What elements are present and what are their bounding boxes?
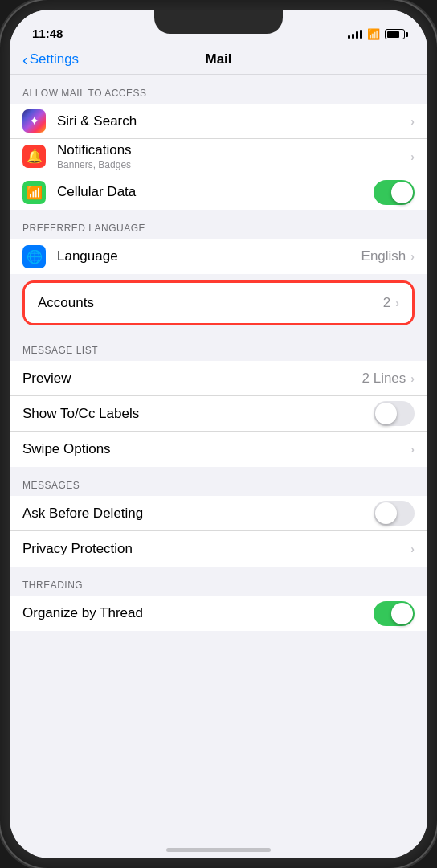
notifications-right: › bbox=[410, 150, 415, 163]
notifications-content: Notifications Banners, Badges bbox=[57, 142, 410, 170]
show-tocc-toggle[interactable] bbox=[374, 401, 415, 426]
notifications-icon: 🔔 bbox=[22, 145, 46, 168]
siri-icon: ✦ bbox=[22, 109, 46, 133]
organize-thread-content: Organize by Thread bbox=[22, 605, 374, 621]
message-list-label: MESSAGE LIST bbox=[10, 332, 427, 361]
preview-value: 2 Lines bbox=[362, 371, 406, 387]
status-time: 11:48 bbox=[32, 27, 63, 40]
signal-bar-3 bbox=[356, 31, 358, 39]
swipe-options-content: Swipe Options bbox=[22, 441, 410, 457]
language-content: Language bbox=[57, 248, 361, 264]
language-section: PREFERRED LANGUAGE 🌐 Language English › bbox=[10, 210, 427, 274]
accounts-chevron-icon: › bbox=[395, 297, 399, 309]
nav-bar: ‹ Settings Mail bbox=[10, 45, 427, 75]
language-row[interactable]: 🌐 Language English › bbox=[10, 239, 427, 274]
swipe-options-title: Swipe Options bbox=[22, 441, 410, 457]
preview-right: 2 Lines › bbox=[362, 371, 415, 387]
siri-symbol: ✦ bbox=[29, 113, 39, 129]
status-icons: 📶 bbox=[348, 28, 405, 40]
bell-icon: 🔔 bbox=[27, 149, 43, 164]
accounts-row[interactable]: Accounts 2 › bbox=[25, 283, 412, 323]
back-label: Settings bbox=[30, 51, 79, 68]
wifi-icon: 📶 bbox=[367, 28, 380, 40]
organize-thread-title: Organize by Thread bbox=[22, 605, 374, 621]
preview-row[interactable]: Preview 2 Lines › bbox=[10, 361, 427, 396]
accounts-count: 2 bbox=[383, 295, 390, 311]
messages-label: MESSAGES bbox=[10, 467, 427, 496]
swipe-options-right: › bbox=[410, 443, 415, 456]
allow-mail-section: ALLOW MAIL TO ACCESS ✦ Siri & Search › bbox=[10, 75, 427, 210]
language-chevron-icon: › bbox=[410, 250, 415, 263]
signal-bars bbox=[348, 30, 362, 39]
battery-icon bbox=[385, 29, 405, 39]
messages-section: MESSAGES Ask Before Deleting bbox=[10, 467, 427, 567]
ask-before-deleting-row[interactable]: Ask Before Deleting bbox=[10, 496, 427, 531]
ask-before-deleting-right bbox=[374, 501, 415, 526]
phone-frame: 11:48 📶 ‹ Settings Mail bbox=[0, 0, 437, 868]
privacy-protection-right: › bbox=[410, 542, 415, 555]
language-label: PREFERRED LANGUAGE bbox=[10, 210, 427, 239]
ask-before-deleting-content: Ask Before Deleting bbox=[22, 506, 374, 522]
accounts-right: 2 › bbox=[383, 295, 399, 311]
allow-mail-group: ✦ Siri & Search › 🔔 bbox=[10, 104, 427, 210]
language-group: 🌐 Language English › bbox=[10, 239, 427, 274]
battery-fill bbox=[387, 31, 399, 38]
notifications-chevron-icon: › bbox=[410, 150, 415, 163]
accounts-title: Accounts bbox=[38, 295, 383, 311]
show-tocc-content: Show To/Cc Labels bbox=[22, 406, 374, 422]
siri-search-title: Siri & Search bbox=[57, 113, 410, 129]
threading-group: Organize by Thread bbox=[10, 596, 427, 631]
threading-label: THREADING bbox=[10, 567, 427, 596]
show-tocc-right bbox=[374, 401, 415, 426]
messages-group: Ask Before Deleting Privacy Protection bbox=[10, 496, 427, 567]
siri-chevron-icon: › bbox=[410, 115, 415, 128]
bottom-spacer bbox=[10, 631, 427, 655]
siri-search-row[interactable]: ✦ Siri & Search › bbox=[10, 104, 427, 139]
show-tocc-row[interactable]: Show To/Cc Labels bbox=[10, 396, 427, 432]
cellular-right bbox=[374, 180, 415, 205]
cellular-toggle[interactable] bbox=[374, 180, 415, 205]
back-button[interactable]: ‹ Settings bbox=[22, 51, 79, 69]
language-right: English › bbox=[361, 248, 415, 264]
preview-title: Preview bbox=[22, 371, 362, 387]
cellular-symbol: 📶 bbox=[27, 185, 43, 200]
message-list-group: Preview 2 Lines › Show To/Cc Labels bbox=[10, 361, 427, 467]
cellular-title: Cellular Data bbox=[57, 184, 374, 200]
back-chevron-icon: ‹ bbox=[22, 51, 28, 69]
signal-bar-1 bbox=[348, 35, 350, 39]
notifications-row[interactable]: 🔔 Notifications Banners, Badges › bbox=[10, 139, 427, 174]
cellular-icon: 📶 bbox=[22, 181, 46, 204]
signal-bar-4 bbox=[360, 30, 362, 39]
language-title: Language bbox=[57, 248, 361, 264]
organize-thread-toggle[interactable] bbox=[374, 601, 415, 626]
swipe-options-chevron-icon: › bbox=[410, 443, 415, 456]
privacy-protection-content: Privacy Protection bbox=[22, 541, 410, 557]
notifications-title: Notifications bbox=[57, 142, 410, 158]
swipe-options-row[interactable]: Swipe Options › bbox=[10, 432, 427, 467]
privacy-protection-row[interactable]: Privacy Protection › bbox=[10, 531, 427, 567]
signal-bar-2 bbox=[352, 34, 354, 39]
siri-search-right: › bbox=[410, 115, 415, 128]
ask-before-deleting-thumb bbox=[375, 502, 397, 524]
preview-content: Preview bbox=[22, 371, 362, 387]
language-icon: 🌐 bbox=[22, 245, 46, 268]
show-tocc-toggle-thumb bbox=[375, 403, 397, 424]
threading-section: THREADING Organize by Thread bbox=[10, 567, 427, 631]
notch bbox=[154, 10, 283, 34]
allow-mail-label: ALLOW MAIL TO ACCESS bbox=[10, 75, 427, 104]
organize-thread-row[interactable]: Organize by Thread bbox=[10, 596, 427, 631]
ask-before-deleting-title: Ask Before Deleting bbox=[22, 506, 374, 522]
organize-thread-thumb bbox=[391, 603, 413, 624]
content-area: ALLOW MAIL TO ACCESS ✦ Siri & Search › bbox=[10, 75, 427, 846]
cellular-toggle-thumb bbox=[391, 182, 413, 203]
siri-search-content: Siri & Search bbox=[57, 113, 410, 129]
privacy-protection-chevron-icon: › bbox=[410, 542, 415, 555]
ask-before-deleting-toggle[interactable] bbox=[374, 501, 415, 526]
notifications-subtitle: Banners, Badges bbox=[57, 159, 410, 170]
accounts-section: Accounts 2 › bbox=[10, 280, 427, 326]
globe-icon: 🌐 bbox=[27, 249, 43, 264]
privacy-protection-title: Privacy Protection bbox=[22, 541, 410, 557]
cellular-row[interactable]: 📶 Cellular Data bbox=[10, 174, 427, 210]
phone-screen: 11:48 📶 ‹ Settings Mail bbox=[10, 10, 427, 858]
organize-thread-right bbox=[374, 601, 415, 626]
